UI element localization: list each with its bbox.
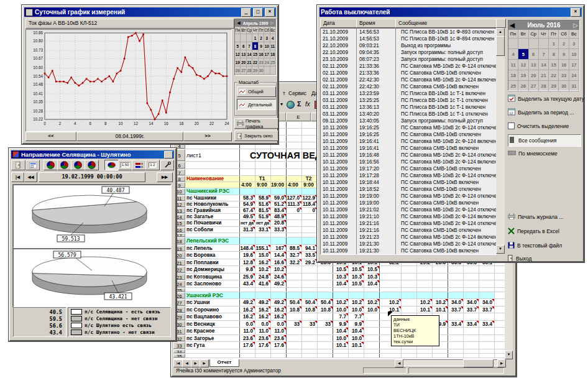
sheet-cell[interactable] (271, 349, 287, 353)
tab-first-button[interactable]: |◀ (173, 359, 183, 367)
pies-titlebar[interactable]: Направление Селявщина - Шулятино (11, 150, 174, 159)
message-row[interactable]: 10.11.200919:19:00ПС Сватовка СМВ-10кВ в… (321, 200, 496, 206)
nav-first-button[interactable]: |◀ (11, 172, 24, 182)
scale-option-detailed[interactable]: Детальный (237, 99, 276, 110)
scale-value-button[interactable]: 1.50 (118, 160, 132, 170)
sheet-cell[interactable]: 16.2 (255, 259, 271, 266)
name-cell[interactable] (185, 162, 240, 168)
sheet-cell[interactable] (287, 237, 302, 244)
sheet-cell[interactable]: 148.4 (240, 245, 255, 252)
message-row[interactable]: 03.11.200913:25:25ПС Плисса ВВ-10кВ 1с Т… (321, 97, 496, 104)
sheet-cell[interactable]: 167 (271, 245, 287, 252)
graph-prev-day-button[interactable]: << (25, 132, 76, 141)
sheet-cell[interactable]: 54.9 (240, 201, 255, 207)
calendar-day[interactable]: 14 (247, 50, 252, 58)
sheet-cell[interactable]: 50.4 (302, 299, 318, 306)
calendar-day[interactable]: 7 (539, 49, 549, 60)
sheet-cell[interactable] (287, 227, 302, 233)
sheet-cell[interactable]: 32.2 (287, 259, 302, 266)
sheet-cell[interactable]: 9.8 (240, 266, 255, 273)
message-row[interactable]: 03.11.200913:40:20ПС Плисса ВВ-10кВ 1с Т… (321, 111, 496, 118)
scale-option-general[interactable]: Общий (237, 86, 276, 97)
calendar-day[interactable]: 17 (569, 60, 579, 70)
sheet-cell[interactable]: 10.8 (302, 307, 318, 313)
sheet-cell[interactable] (287, 354, 302, 357)
window-button[interactable] (164, 151, 173, 159)
sheet-cell[interactable] (255, 288, 271, 292)
sheet-cell[interactable] (464, 266, 479, 273)
sheet-cell[interactable] (255, 162, 271, 168)
sheet-cell[interactable] (271, 292, 287, 299)
autosum-icon[interactable]: Σ (297, 100, 301, 108)
calendar-prev-icon[interactable]: ◀ (235, 19, 242, 27)
name-cell[interactable]: Наименование (185, 176, 240, 182)
calendar-day[interactable]: 28 (247, 67, 252, 75)
message-row[interactable]: 10.11.200919:16:41ПС Сватовка МВ-10кВ 2с… (321, 138, 496, 145)
calendar-day[interactable]: 1 (252, 34, 258, 42)
message-row[interactable]: 22.10.200909:03:21Выход из программы (321, 42, 496, 49)
menu-fragment[interactable]: т (283, 90, 285, 96)
graph-window-titlebar[interactable]: Суточный график измерений _ □ × (24, 7, 276, 17)
sheet-cell[interactable] (364, 342, 380, 349)
sheet-cell[interactable]: 58.9 (255, 195, 271, 201)
sheet-cell[interactable]: 16.2 (255, 313, 271, 320)
calendar-day[interactable]: 23 (559, 70, 569, 81)
name-cell[interactable]: пс Котовщина (185, 274, 240, 280)
message-row[interactable]: 10.11.200919:16:48ПС Сватовка МВ-10кВ 2с… (321, 152, 496, 159)
select-period-item[interactable]: 12Выделить за период ... (508, 107, 580, 118)
calendar-day[interactable]: 13 (529, 60, 539, 70)
calendar-day[interactable]: 2 (559, 39, 569, 49)
sheet-cell[interactable]: 51.9 (255, 214, 271, 219)
sheet-cell[interactable]: 31.3 (240, 227, 255, 233)
message-row[interactable]: 10.11.200919:16:41ПС Сватовка СМВ-10кВ в… (321, 145, 496, 152)
calendar-day[interactable]: 25 (270, 58, 276, 67)
sheet-cell[interactable]: 19.6 (240, 252, 255, 259)
message-row[interactable]: 02.11.200922:42:30ПС Сватовка СМВ-10кВ в… (321, 83, 496, 90)
sheet-cell[interactable] (464, 288, 479, 292)
sheet-cell[interactable]: Т1 (255, 176, 271, 182)
sheet-tab-report[interactable]: Отчет (209, 359, 239, 367)
calendar-day[interactable]: 30 (559, 81, 569, 91)
sheet-cell[interactable] (464, 313, 479, 320)
name-cell[interactable] (185, 349, 240, 353)
sheet-cell[interactable]: 0.0 (271, 321, 287, 328)
message-row[interactable]: 10.11.200919:21:23ПС Сватовка МВ-10кВ 2с… (321, 234, 496, 241)
message-row[interactable]: 10.11.200919:18:52ПС Сватовка СМВ-10кВ о… (321, 186, 496, 193)
sheet-cell[interactable] (318, 342, 333, 349)
name-cell[interactable]: пс Поплавки (185, 259, 240, 266)
sheet-cell[interactable] (380, 274, 402, 280)
name-cell[interactable]: пс Гута (185, 342, 240, 349)
name-cell[interactable]: пс Чашники (185, 195, 240, 201)
sheet-cell[interactable] (255, 237, 271, 244)
sheet-cell[interactable] (287, 342, 302, 349)
sheet-cell[interactable] (255, 233, 271, 237)
sheet-cell[interactable] (380, 349, 402, 353)
sheet-cell[interactable] (240, 233, 255, 237)
sheet-cell[interactable]: 16.2 (255, 307, 271, 313)
name-cell[interactable] (185, 354, 240, 357)
sheet-cell[interactable]: 41.6 (255, 280, 271, 287)
sheet-cell[interactable] (433, 274, 448, 280)
sheet-cell[interactable] (479, 292, 495, 299)
sheet-cell[interactable] (380, 292, 402, 299)
sheet-cell[interactable] (464, 292, 479, 299)
sheet-cell[interactable]: 0.0 (240, 321, 255, 328)
sheet-cell[interactable] (240, 169, 255, 176)
sheet-cell[interactable] (448, 288, 464, 292)
sheet-cell[interactable] (402, 288, 417, 292)
sheet-cell[interactable]: 29.2 (302, 259, 318, 266)
sheet-cell[interactable]: 33.4 (464, 321, 479, 328)
calendar-day[interactable]: 27 (529, 81, 539, 91)
calendar-day[interactable]: 11 (270, 42, 276, 50)
sheet-cell[interactable]: 10.5 (333, 266, 349, 273)
calendar-day[interactable]: 27 (241, 67, 246, 75)
sheet-cell[interactable]: 49.2 (271, 299, 287, 306)
sheet-cell[interactable]: 59.0 (271, 195, 287, 201)
sheet-cell[interactable] (464, 280, 479, 287)
row-number[interactable]: 33 (173, 342, 185, 349)
sheet-cell[interactable] (287, 328, 302, 334)
sheet-cell[interactable]: 33.4 (448, 321, 464, 328)
sheet-cell[interactable]: 33.1 (255, 227, 271, 233)
calendar-day[interactable]: 10 (264, 42, 270, 50)
sheet-cell[interactable] (240, 354, 255, 357)
